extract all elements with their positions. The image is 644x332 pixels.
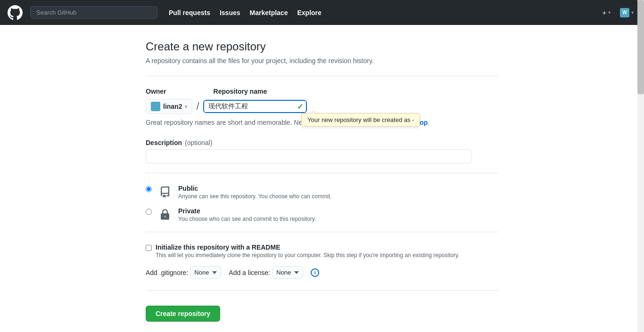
avatar: W — [620, 8, 629, 17]
public-title: Public — [178, 185, 498, 192]
owner-select[interactable]: linan2 ▾ — [146, 99, 192, 114]
description-label: Description — [146, 139, 182, 146]
private-desc: You choose who can see and commit to thi… — [178, 216, 498, 222]
description-field-group: Description (optional) — [146, 139, 498, 163]
github-logo[interactable] — [8, 5, 23, 20]
divider-top — [146, 76, 498, 76]
init-title: Initialize this repository with a README — [156, 243, 498, 251]
description-input[interactable] — [146, 149, 472, 163]
repo-name-tooltip: Your new repository will be created as - — [301, 113, 420, 127]
new-item-button[interactable]: + ▾ — [600, 7, 613, 18]
owner-chevron-icon: ▾ — [185, 104, 187, 109]
page-title: Create a new repository — [146, 40, 498, 53]
create-repository-button[interactable]: Create repository — [146, 306, 220, 322]
repo-input-wrapper: ✓ — [203, 100, 307, 113]
init-desc: This will let you immediately clone the … — [156, 252, 498, 259]
plus-chevron-icon: ▾ — [608, 10, 611, 15]
navbar-marketplace[interactable]: Marketplace — [250, 9, 288, 16]
divider-visibility — [146, 173, 498, 173]
plus-label: + — [603, 9, 606, 16]
owner-label: Owner — [146, 88, 166, 95]
navbar-links: Pull requests Issues Marketplace Explore — [169, 9, 322, 16]
page-subtitle: A repository contains all the files for … — [146, 57, 498, 65]
search-input[interactable] — [30, 6, 157, 19]
private-text: Private You choose who can see and commi… — [178, 207, 498, 222]
slash-separator: / — [196, 100, 199, 113]
navbar: Pull requests Issues Marketplace Explore… — [0, 0, 644, 25]
gitignore-label: Add .gitignore: — [146, 269, 188, 276]
license-label: Add a license: — [229, 269, 270, 276]
visibility-section: Public Anyone can see this repository. Y… — [146, 185, 498, 222]
private-option: Private You choose who can see and commi… — [146, 207, 498, 222]
addon-row: Add .gitignore: None Add a license: None… — [146, 266, 498, 279]
navbar-right: + ▾ W ▾ — [600, 6, 636, 19]
info-icon[interactable]: i — [311, 268, 319, 277]
main-content: Create a new repository A repository con… — [138, 25, 506, 332]
field-labels-row: Owner Repository name — [146, 88, 498, 95]
description-optional: (optional) — [185, 139, 212, 146]
license-wrap: Add a license: None — [229, 266, 303, 279]
scrollbar-thumb[interactable] — [637, 0, 644, 94]
public-icon — [157, 185, 173, 200]
repo-name-input[interactable] — [203, 100, 307, 113]
scrollbar[interactable] — [637, 0, 644, 332]
public-desc: Anyone can see this repository. You choo… — [178, 193, 498, 200]
divider-bottom — [146, 290, 498, 291]
description-label-row: Description (optional) — [146, 139, 498, 146]
gitignore-select[interactable]: None — [190, 266, 221, 279]
user-menu-button[interactable]: W ▾ — [617, 6, 636, 19]
owner-avatar — [151, 102, 160, 111]
gitignore-wrap: Add .gitignore: None — [146, 266, 221, 279]
navbar-issues[interactable]: Issues — [220, 9, 240, 16]
owner-value: linan2 — [163, 103, 182, 110]
private-radio[interactable] — [146, 209, 152, 215]
user-chevron-icon: ▾ — [631, 10, 634, 15]
navbar-pull-requests[interactable]: Pull requests — [169, 9, 210, 16]
public-radio[interactable] — [146, 186, 152, 192]
public-text: Public Anyone can see this repository. Y… — [178, 185, 498, 200]
license-select[interactable]: None — [272, 266, 303, 279]
divider-init — [146, 232, 498, 232]
owner-repo-row: linan2 ▾ / ✓ Your new repository will be… — [146, 99, 498, 114]
init-text: Initialize this repository with a README… — [156, 243, 498, 259]
init-checkbox-row: Initialize this repository with a README… — [146, 243, 498, 259]
valid-checkmark-icon: ✓ — [297, 102, 303, 111]
navbar-explore[interactable]: Explore — [297, 9, 321, 16]
private-title: Private — [178, 207, 498, 215]
init-readme-checkbox[interactable] — [146, 245, 152, 251]
init-section: Initialize this repository with a README… — [146, 243, 498, 279]
public-option: Public Anyone can see this repository. Y… — [146, 185, 498, 200]
tooltip-text: Your new repository will be created as - — [307, 116, 414, 123]
repo-name-label: Repository name — [214, 88, 267, 95]
private-icon — [157, 207, 173, 222]
